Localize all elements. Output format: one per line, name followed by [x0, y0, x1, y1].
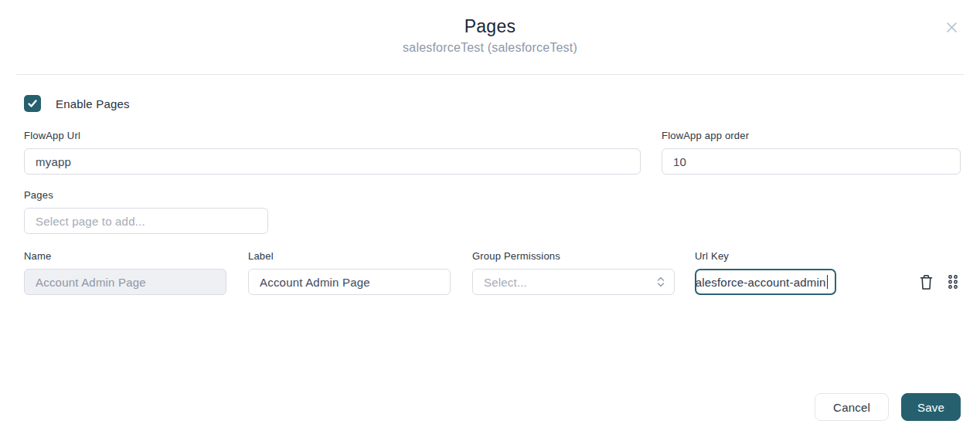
- page-name-label: Name: [24, 250, 226, 262]
- header-divider: [16, 74, 964, 75]
- page-label-input[interactable]: [248, 269, 451, 295]
- modal-body: Enable Pages FlowApp Url FlowApp app ord…: [0, 95, 980, 295]
- url-key-value: salesforce-account-admin: [695, 276, 826, 289]
- text-caret: [827, 275, 829, 289]
- flowapp-app-order-label: FlowApp app order: [662, 130, 961, 141]
- flowapp-app-order-field: FlowApp app order: [662, 130, 961, 175]
- group-permissions-field: Group Permissions: [472, 250, 675, 295]
- page-name-input: [24, 269, 226, 295]
- page-title: Pages: [0, 16, 980, 37]
- page-label-label: Label: [248, 250, 451, 262]
- pages-modal: Pages salesforceTest (salesforceTest) En…: [0, 0, 980, 441]
- pages-select-input[interactable]: [24, 208, 268, 234]
- modal-header: Pages salesforceTest (salesforceTest): [0, 0, 980, 55]
- pages-select-field: Pages: [24, 189, 961, 234]
- delete-page-button[interactable]: [919, 274, 934, 290]
- flowapp-url-field: FlowApp Url: [24, 130, 641, 175]
- url-key-field: Url Key salesforce-account-admin: [695, 250, 836, 295]
- group-permissions-label: Group Permissions: [472, 250, 675, 262]
- url-key-input[interactable]: salesforce-account-admin: [695, 269, 836, 295]
- x-icon: [946, 22, 958, 33]
- drag-handle-icon: [947, 274, 959, 290]
- modal-footer: Cancel Save: [815, 393, 961, 421]
- save-button[interactable]: Save: [901, 393, 961, 421]
- enable-pages-row: Enable Pages: [24, 95, 961, 112]
- pages-select-label: Pages: [24, 189, 961, 201]
- flowapp-app-order-input[interactable]: [662, 148, 961, 175]
- page-name-field: Name: [24, 250, 226, 295]
- trash-icon: [919, 274, 934, 290]
- flowapp-url-input[interactable]: [24, 148, 641, 175]
- check-icon: [27, 98, 38, 109]
- flowapp-fields-row: FlowApp Url FlowApp app order: [24, 130, 961, 175]
- page-entry-row: Name Label Group Permissions Url Key: [24, 250, 961, 295]
- page-subtitle: salesforceTest (salesforceTest): [0, 41, 980, 55]
- enable-pages-label: Enable Pages: [56, 97, 130, 110]
- page-label-field: Label: [248, 250, 451, 295]
- page-row-actions: [919, 269, 961, 295]
- cancel-button[interactable]: Cancel: [815, 393, 889, 421]
- flowapp-url-label: FlowApp Url: [24, 130, 641, 141]
- url-key-label: Url Key: [695, 250, 836, 262]
- group-permissions-select[interactable]: [472, 269, 675, 295]
- close-button[interactable]: [944, 19, 959, 35]
- enable-pages-checkbox[interactable]: [24, 95, 41, 112]
- drag-page-button[interactable]: [947, 274, 959, 290]
